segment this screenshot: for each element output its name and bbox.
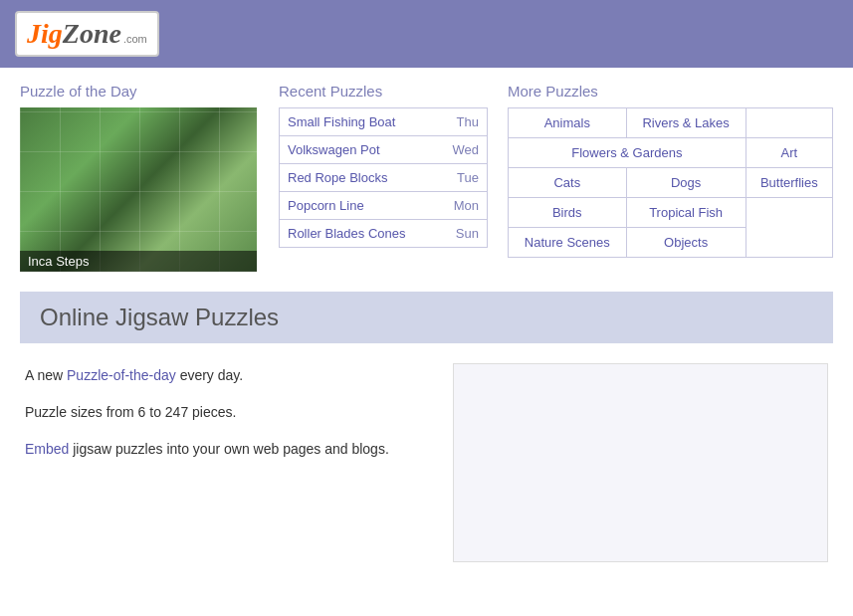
logo-zone-text: Zone xyxy=(63,18,121,50)
recent-puzzle-row: Small Fishing BoatThu xyxy=(280,108,488,136)
embed-link[interactable]: Embed xyxy=(25,441,69,457)
recent-puzzle-day: Sun xyxy=(437,220,487,248)
bottom-right-panel xyxy=(453,363,828,562)
recent-puzzles-table: Small Fishing BoatThuVolkswagen PotWedRe… xyxy=(279,107,488,248)
recent-puzzle-name[interactable]: Roller Blades Cones xyxy=(280,220,438,248)
more-puzzles-row: Flowers & GardensArt xyxy=(509,138,833,168)
recent-puzzle-name[interactable]: Popcorn Line xyxy=(280,192,438,220)
more-puzzle-item[interactable]: Rivers & Lakes xyxy=(626,108,746,138)
puzzle-of-the-day: Puzzle of the Day Inca Steps xyxy=(20,83,259,272)
more-puzzles-row: Nature ScenesObjects xyxy=(509,228,833,258)
potd-image-bg xyxy=(20,107,257,272)
top-section: Puzzle of the Day Inca Steps Recent Puzz… xyxy=(20,83,833,272)
recent-puzzles: Recent Puzzles Small Fishing BoatThuVolk… xyxy=(279,83,488,272)
recent-puzzle-row: Roller Blades ConesSun xyxy=(280,220,488,248)
recent-title: Recent Puzzles xyxy=(279,83,488,100)
recent-puzzle-day: Tue xyxy=(437,164,487,192)
site-header: JigZone.com xyxy=(0,0,853,68)
more-puzzle-item[interactable]: Art xyxy=(746,138,832,168)
logo-com-text: .com xyxy=(123,33,147,45)
more-puzzles-row: CatsDogsButterflies xyxy=(509,168,833,198)
potd-link[interactable]: Puzzle-of-the-day xyxy=(67,367,176,383)
potd-title: Puzzle of the Day xyxy=(20,83,259,100)
recent-puzzle-day: Thu xyxy=(437,108,487,136)
more-puzzles-grid: AnimalsRivers & LakesFlowers & GardensAr… xyxy=(508,107,833,258)
more-puzzle-item[interactable]: Objects xyxy=(626,228,746,258)
more-puzzles: More Puzzles AnimalsRivers & LakesFlower… xyxy=(508,83,833,272)
recent-puzzle-name[interactable]: Small Fishing Boat xyxy=(280,108,438,136)
more-puzzle-item[interactable]: Butterflies xyxy=(746,168,832,198)
page-banner: Online Jigsaw Puzzles xyxy=(20,292,833,343)
more-puzzles-row: AnimalsRivers & Lakes xyxy=(509,108,833,138)
embed-info: Embed jigsaw puzzles into your own web p… xyxy=(25,437,433,462)
logo-jig-text: Jig xyxy=(27,18,63,50)
recent-puzzle-row: Red Rope BlocksTue xyxy=(280,164,488,192)
bottom-section: A new Puzzle-of-the-day every day. Puzzl… xyxy=(20,363,833,562)
bottom-left: A new Puzzle-of-the-day every day. Puzzl… xyxy=(25,363,453,562)
more-puzzles-row: BirdsTropical Fish xyxy=(509,198,833,228)
more-puzzle-item[interactable]: Cats xyxy=(509,168,627,198)
puzzle-sizes: Puzzle sizes from 6 to 247 pieces. xyxy=(25,400,433,425)
more-puzzle-item[interactable]: Flowers & Gardens xyxy=(509,138,746,168)
site-logo[interactable]: JigZone.com xyxy=(15,11,159,57)
more-title: More Puzzles xyxy=(508,83,833,100)
banner-title: Online Jigsaw Puzzles xyxy=(40,304,279,330)
tagline-pre: A new xyxy=(25,367,67,383)
recent-puzzle-row: Popcorn LineMon xyxy=(280,192,488,220)
recent-puzzle-day: Mon xyxy=(437,192,487,220)
recent-puzzles-body: Small Fishing BoatThuVolkswagen PotWedRe… xyxy=(280,108,488,248)
more-puzzle-item[interactable]: Birds xyxy=(509,198,627,228)
embed-post: jigsaw puzzles into your own web pages a… xyxy=(69,441,388,457)
tagline-potd: A new Puzzle-of-the-day every day. xyxy=(25,363,433,388)
main-content: Puzzle of the Day Inca Steps Recent Puzz… xyxy=(0,68,853,577)
recent-puzzle-name[interactable]: Volkswagen Pot xyxy=(280,136,438,164)
tagline-post: every day. xyxy=(176,367,243,383)
potd-image[interactable]: Inca Steps xyxy=(20,107,257,272)
more-puzzle-item[interactable]: Nature Scenes xyxy=(509,228,627,258)
more-puzzle-item[interactable]: Tropical Fish xyxy=(626,198,746,228)
recent-puzzle-name[interactable]: Red Rope Blocks xyxy=(280,164,438,192)
recent-puzzle-day: Wed xyxy=(437,136,487,164)
recent-puzzle-row: Volkswagen PotWed xyxy=(280,136,488,164)
more-puzzle-item[interactable]: Animals xyxy=(509,108,627,138)
more-puzzle-item[interactable]: Dogs xyxy=(626,168,746,198)
potd-label: Inca Steps xyxy=(20,251,257,272)
